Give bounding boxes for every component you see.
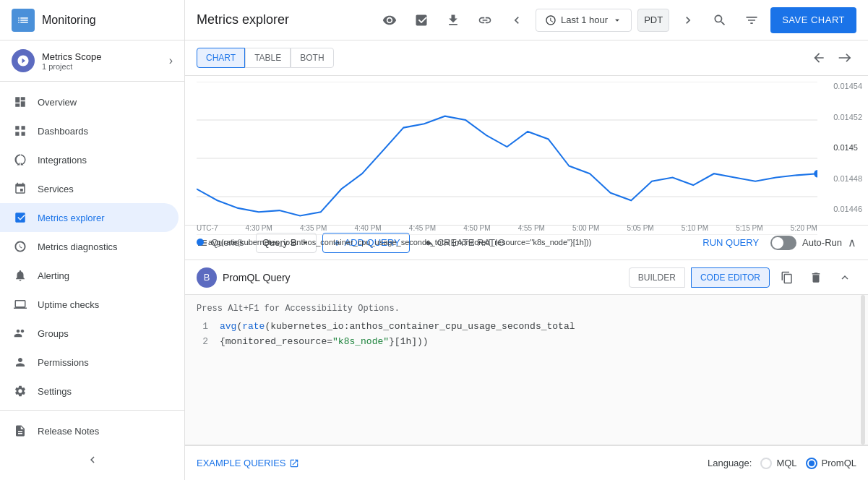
toolbar-filter-icon[interactable]: [739, 7, 765, 33]
scope-expand-arrow: ›: [169, 54, 173, 67]
code-content-2: {monitored_resource="k8s_node"}[1h])): [220, 335, 429, 350]
sidebar-item-groups[interactable]: Groups: [0, 319, 179, 348]
mql-label: MQL: [776, 458, 796, 468]
example-queries-label: EXAMPLE QUERIES: [197, 458, 286, 468]
collapse-query-button[interactable]: [833, 266, 856, 289]
delete-query-button[interactable]: [804, 266, 828, 289]
auto-run-track[interactable]: [770, 236, 796, 250]
sidebar-item-metrics-explorer[interactable]: Metrics explorer: [0, 203, 179, 232]
query-editor[interactable]: Press Alt+F1 for Accessibility Options. …: [185, 295, 868, 445]
query-badge: B: [197, 267, 217, 288]
toolbar-icon-1[interactable]: [377, 7, 403, 33]
sidebar-item-permissions[interactable]: Permissions: [0, 348, 179, 377]
x-label-1: 4:30 PM: [246, 224, 272, 232]
topbar: Metrics explorer Last 1 hour PDT: [185, 0, 868, 40]
promql-radio[interactable]: [806, 458, 817, 469]
sidebar-collapse-button[interactable]: [0, 445, 184, 474]
builder-button[interactable]: BUILDER: [629, 267, 685, 288]
chart-panel-toggle[interactable]: [833, 46, 856, 69]
sidebar-item-alerting[interactable]: Alerting: [0, 261, 179, 290]
timezone-label: PDT: [637, 9, 669, 32]
sidebar-item-dashboards[interactable]: Dashboards: [0, 116, 179, 145]
editor-scrollbar[interactable]: [861, 295, 865, 445]
x-label-5: 4:50 PM: [463, 224, 490, 232]
x-label-6: 4:55 PM: [518, 224, 545, 232]
scope-subtitle: 1 project: [42, 62, 169, 71]
sidebar-item-metrics-explorer-label: Metrics explorer: [38, 213, 104, 223]
sidebar-item-alerting-label: Alerting: [38, 270, 69, 281]
toolbar-prev-icon[interactable]: [504, 7, 530, 33]
example-queries-button[interactable]: EXAMPLE QUERIES: [197, 458, 299, 468]
code-editor-button[interactable]: CODE EDITOR: [691, 267, 770, 288]
sidebar-item-uptime-checks[interactable]: Uptime checks: [0, 290, 179, 319]
toolbar-link-icon[interactable]: [472, 7, 498, 33]
code-line-1: 1 avg(rate(kubernetes_io:anthos_containe…: [197, 320, 856, 335]
sidebar-item-services[interactable]: Services: [0, 174, 179, 203]
sidebar-item-integrations-label: Integrations: [38, 155, 87, 166]
x-label-0: UTC-7: [197, 224, 218, 232]
sidebar-item-uptime-checks-label: Uptime checks: [38, 299, 99, 310]
toolbar-download-icon[interactable]: [440, 7, 466, 33]
code-content-1: avg(rate(kubernetes_io:anthos_container_…: [220, 320, 575, 335]
x-label-11: 5:20 PM: [791, 224, 817, 232]
dashboards-icon: [12, 122, 29, 140]
app-title: Monitoring: [42, 14, 96, 27]
x-label-2: 4:35 PM: [300, 224, 327, 232]
sidebar-item-permissions-label: Permissions: [38, 357, 89, 368]
query-panel-header: B PromQL Query BUILDER CODE EDITOR: [185, 260, 868, 295]
scope-info: Metrics Scope 1 project: [42, 51, 169, 71]
line-num-2: 2: [197, 335, 208, 350]
groups-icon: [12, 325, 29, 342]
sidebar-item-dashboards-label: Dashboards: [38, 126, 88, 137]
save-chart-button[interactable]: SAVE CHART: [770, 7, 856, 33]
page-title: Metrics explorer: [197, 12, 371, 27]
toolbar-next-icon[interactable]: [675, 7, 701, 33]
sidebar-item-release-notes-label: Release Notes: [38, 426, 99, 437]
code-line-2: 2 {monitored_resource="k8s_node"}[1h])): [197, 335, 856, 350]
content-area: CHART TABLE BOTH 0.01454: [185, 40, 868, 480]
chart-tab-both[interactable]: BOTH: [291, 48, 333, 68]
chart-svg: [185, 76, 868, 235]
sidebar-footer: Release Notes: [0, 410, 184, 480]
sidebar-item-integrations[interactable]: Integrations: [0, 145, 179, 174]
promql-radio-group: PromQL: [806, 458, 856, 469]
x-label-8: 5:05 PM: [627, 224, 653, 232]
sidebar-item-metrics-diagnostics[interactable]: Metrics diagnostics: [0, 232, 179, 261]
x-label-9: 5:10 PM: [682, 224, 708, 232]
mql-radio-group: MQL: [760, 458, 796, 469]
sidebar-item-settings[interactable]: Settings: [0, 377, 179, 406]
chart-collapse-button[interactable]: [807, 46, 830, 69]
line-num-1: 1: [197, 320, 208, 335]
time-range-button[interactable]: Last 1 hour: [536, 9, 632, 32]
chart-graph-area: 0.01454 0.01452 0.0145 0.01448 0.01446: [185, 76, 868, 235]
chart-legend: avg(rate(kubernetes_io:anthos_container_…: [185, 235, 868, 252]
chart-tab-table[interactable]: TABLE: [245, 48, 291, 68]
legend-dot: [197, 239, 204, 246]
x-label-4: 4:45 PM: [409, 224, 436, 232]
services-icon: [12, 180, 29, 197]
sidebar-item-overview-label: Overview: [38, 97, 77, 108]
monitoring-logo: [12, 9, 35, 32]
sidebar-item-release-notes[interactable]: Release Notes: [0, 416, 179, 445]
sidebar-item-settings-label: Settings: [38, 386, 72, 397]
metrics-scope-item[interactable]: Metrics Scope 1 project ›: [0, 40, 184, 82]
scope-title: Metrics Scope: [42, 51, 169, 62]
x-label-10: 5:15 PM: [736, 224, 762, 232]
mql-radio[interactable]: [760, 458, 772, 469]
release-notes-icon: [12, 422, 29, 440]
language-label: Language:: [708, 458, 752, 468]
sidebar-item-metrics-diagnostics-label: Metrics diagnostics: [38, 241, 118, 252]
sidebar: Monitoring Metrics Scope 1 project › Ove…: [0, 0, 185, 480]
chart-tab-chart[interactable]: CHART: [197, 48, 245, 68]
legend-text: avg(rate(kubernetes_io:anthos_container_…: [208, 238, 591, 247]
overview-icon: [12, 93, 29, 111]
main-content: Metrics explorer Last 1 hour PDT: [185, 0, 868, 480]
language-selector: Language: MQL PromQL: [708, 458, 856, 469]
toolbar-add-icon[interactable]: [408, 7, 434, 33]
copy-query-button[interactable]: [775, 266, 799, 289]
sidebar-item-overview[interactable]: Overview: [0, 87, 179, 116]
accessibility-hint: Press Alt+F1 for Accessibility Options.: [197, 304, 856, 314]
x-label-7: 5:00 PM: [572, 224, 599, 232]
toolbar-search-icon[interactable]: [707, 7, 733, 33]
chart-section: CHART TABLE BOTH 0.01454: [185, 40, 868, 226]
